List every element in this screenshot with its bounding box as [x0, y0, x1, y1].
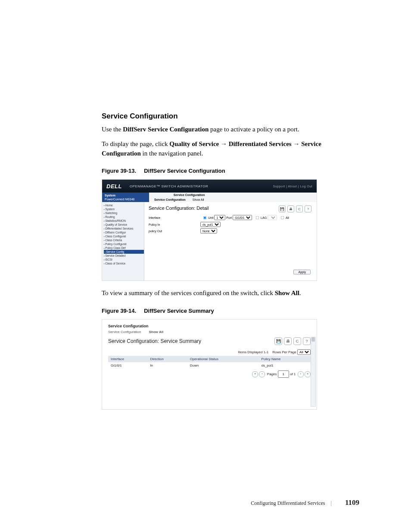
nav-item[interactable]: System [104, 207, 144, 211]
bt-bold: Show All [275, 289, 299, 296]
nav-item[interactable]: Service Config [104, 250, 144, 254]
s2-subtab-config[interactable]: Service Configuration [108, 330, 141, 334]
table-row: Gi1/0/1 In Down ds_pol1 [108, 362, 311, 369]
panel-toolbar: 💾 🖶 C ? [279, 205, 311, 212]
select-policy-out[interactable]: None [200, 228, 217, 233]
pager-prev-icon[interactable]: ‹ [259, 371, 265, 377]
pager-page-input[interactable] [278, 370, 289, 378]
p1-pre: Use the [102, 126, 123, 133]
label-unit: Unit [208, 216, 213, 219]
figure-caption-1: Figure 39-13.DiffServ Service Configurat… [102, 168, 359, 174]
nav-item[interactable]: Policy Configurat [104, 242, 144, 246]
p1-post: page to activate a policy on a port. [209, 126, 299, 133]
nav-item[interactable]: Class Configurat [104, 234, 144, 238]
pager-label: Pages [267, 372, 277, 376]
page-footer: Configuring Differentiated Services | 11… [251, 498, 359, 507]
rows-per-page-label: Rows Per Page [272, 350, 296, 354]
apply-button[interactable]: Apply [293, 270, 311, 274]
label-policy-out: policy Out [149, 230, 200, 233]
cell-policyname: ds_pol1 [258, 362, 311, 369]
radio-all[interactable] [281, 216, 284, 220]
paragraph-intro: Use the DiffServ Service Configuration p… [102, 125, 359, 134]
rows-per-page-select[interactable]: All [297, 349, 311, 355]
scrollbar-thumb[interactable] [311, 337, 315, 342]
print-icon[interactable]: 🖶 [287, 205, 294, 212]
subtab-showall[interactable]: Show All [189, 197, 208, 202]
s2-panel-title: Service Configuration: Service Summary [108, 338, 201, 344]
s2-tab-main[interactable]: Service Configuration [108, 324, 149, 328]
nav-item[interactable]: Home [104, 203, 144, 207]
screenshot-summary: Service Configuration Service Configurat… [102, 319, 317, 410]
app-topbar: DELL OPENMANAGE™ SWITCH ADMINISTRATOR Su… [102, 180, 317, 193]
select-port[interactable]: Gi1/0/1 [233, 215, 252, 220]
help-icon[interactable]: ? [305, 205, 311, 212]
pager-of: of 1 [290, 372, 296, 376]
paragraph-between: To view a summary of the services config… [102, 289, 359, 298]
nav-item[interactable]: Switching [104, 211, 144, 215]
topbar-links[interactable]: Support | About | Log Out [273, 185, 312, 188]
nav-item[interactable]: iSCSI [104, 258, 144, 261]
nav-tree[interactable]: HomeSystemSwitchingRoutingStatistics/RMO… [102, 202, 144, 280]
bt-post: . [299, 289, 301, 296]
cell-interface: Gi1/0/1 [108, 362, 147, 369]
pager: « ‹ Pages of 1 › » [108, 370, 311, 378]
select-lag [268, 215, 277, 220]
refresh-icon[interactable]: C [296, 205, 303, 212]
nav-item[interactable]: Class of Service [104, 261, 144, 265]
p2-post: in the navigation panel. [141, 150, 203, 157]
label-all: All [286, 216, 289, 219]
label-port: Port [226, 216, 232, 219]
save-icon[interactable]: 💾 [279, 205, 286, 212]
nav-item[interactable]: Diffserv Configur [104, 230, 144, 234]
row-policy-out: policy Out None [149, 228, 312, 233]
cell-direction: In [147, 362, 187, 369]
help-icon[interactable]: ? [303, 337, 311, 345]
fig1-title: DiffServ Service Configuration [144, 168, 225, 174]
nav-item[interactable]: Service Detailed [104, 254, 144, 258]
nav-item[interactable]: Quality of Service [104, 223, 144, 227]
pager-first-icon[interactable]: « [252, 371, 258, 377]
nav-item[interactable]: Policy Class Def [104, 246, 144, 250]
nav-item[interactable]: Differentiated Services [104, 227, 144, 230]
app-title: OPENMANAGE™ SWITCH ADMINISTRATOR [130, 184, 208, 188]
print-icon[interactable]: 🖶 [284, 337, 292, 345]
tab-main[interactable]: Service Configuration [171, 193, 208, 197]
select-policy-in[interactable]: ds_pol1 [200, 222, 221, 227]
label-interface: Interface [149, 216, 200, 219]
items-displayed: Items Displayed 1-1 [238, 350, 269, 354]
col-direction[interactable]: Direction [147, 356, 187, 362]
p1-bold: DiffServ Service Configuration [123, 126, 209, 133]
scrollbar[interactable] [311, 337, 316, 407]
p2-pre: To display the page, click [102, 140, 169, 147]
radio-lag[interactable] [256, 216, 259, 220]
p2-b2: Differentiated Services [229, 140, 292, 147]
bt-pre: To view a summary of the services config… [102, 289, 275, 296]
dell-logo: DELL [106, 183, 122, 190]
label-policy-in: Policy In [149, 223, 200, 226]
nav-item[interactable]: Class Criteria [104, 238, 144, 242]
save-icon[interactable]: 💾 [274, 337, 282, 345]
col-policyname[interactable]: Policy Name [258, 356, 311, 362]
col-opstatus[interactable]: Operational Status [187, 356, 259, 362]
nav-item[interactable]: Statistics/RMON [104, 219, 144, 223]
section-heading: Service Configuration [102, 112, 359, 121]
radio-unit[interactable] [203, 216, 207, 220]
col-interface[interactable]: Interface [108, 356, 147, 362]
refresh-icon[interactable]: C [293, 337, 301, 345]
subtab-config[interactable]: Service Configuration [151, 197, 189, 202]
screenshot-detail: DELL OPENMANAGE™ SWITCH ADMINISTRATOR Su… [102, 179, 317, 281]
pager-last-icon[interactable]: » [305, 371, 311, 377]
row-policy-in: Policy In ds_pol1 [149, 222, 312, 227]
device-model: PowerConnect M6348 [105, 198, 146, 201]
pager-next-icon[interactable]: › [298, 371, 304, 377]
p2-arr2: → [292, 140, 302, 147]
s2-subtab-showall[interactable]: Show All [149, 330, 163, 334]
figure-caption-2: Figure 39-14.DiffServ Service Summary [102, 308, 359, 314]
footer-page-number: 1109 [345, 498, 359, 507]
select-unit[interactable]: 1 [214, 215, 225, 220]
cell-opstatus: Down [187, 362, 259, 369]
fig2-title: DiffServ Service Summary [144, 308, 214, 314]
device-system: System [105, 194, 146, 197]
p2-arr1: → [219, 140, 229, 147]
nav-item[interactable]: Routing [104, 215, 144, 219]
